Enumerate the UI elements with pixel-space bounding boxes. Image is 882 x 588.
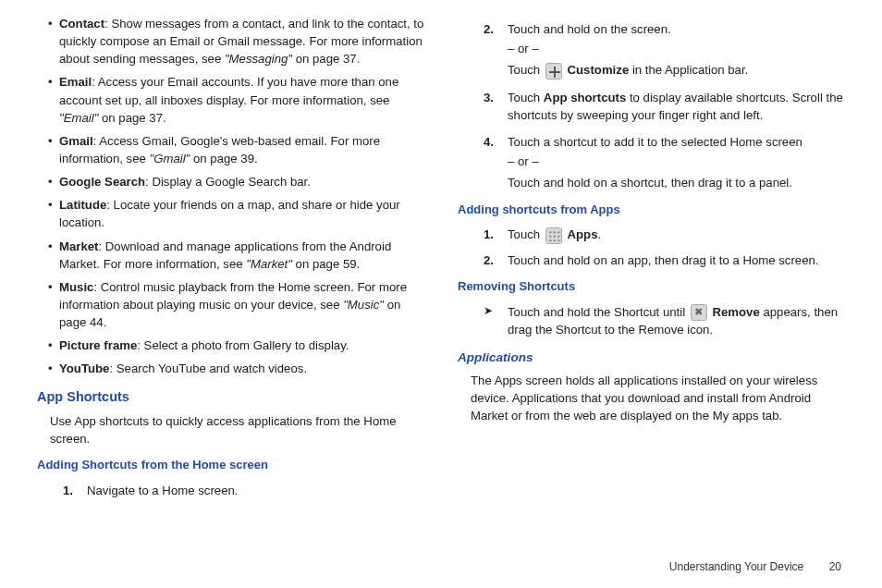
bullet-item: •Market: Download and manage application… (37, 238, 424, 273)
bullet-ref: "Market" (246, 257, 292, 271)
step-number: 2. (484, 251, 508, 269)
step-2: 2. Touch and hold on the screen. – or – … (484, 20, 845, 80)
apps-label: Apps (568, 227, 598, 241)
bullet-dot: • (48, 15, 59, 67)
applications-body: The Apps screen holds all applications i… (471, 372, 845, 424)
step-1: 1. Navigate to a Home screen. (63, 482, 424, 499)
step-number: 4. (484, 133, 508, 191)
footer-page-number: 20 (829, 560, 841, 573)
bullet-body: Gmail: Access Gmail, Google's web-based … (59, 132, 424, 167)
bullet-text: : Search YouTube and watch videos. (109, 361, 307, 375)
bullet-dot: • (48, 73, 59, 126)
bullet-item: •YouTube: Search YouTube and watch video… (37, 360, 424, 377)
bullet-dot: • (48, 196, 59, 231)
step-4-or: – or – (508, 153, 845, 170)
bullet-body: Email: Access your Email accounts. If yo… (59, 73, 424, 126)
apps-icon (545, 227, 562, 244)
apps-step-2: 2. Touch and hold on an app, then drag i… (484, 251, 845, 269)
text-fragment: . (598, 227, 602, 241)
step-text: Navigate to a Home screen. (87, 482, 424, 499)
adding-from-apps-heading: Adding shortcuts from Apps (458, 202, 845, 219)
step-3: 3. Touch App shortcuts to display availa… (484, 89, 845, 124)
bullet-body: Latitude: Locate your friends on a map, … (59, 196, 424, 231)
bullet-text: on page 59. (292, 257, 360, 271)
step-number: 1. (484, 226, 508, 244)
bullet-dot: • (48, 278, 59, 331)
bullet-text: : Select a photo from Gallery to display… (137, 338, 349, 352)
adding-from-home-heading: Adding Shortcuts from the Home screen (37, 457, 424, 474)
bullet-ref: "Music" (343, 298, 384, 312)
bullet-label: Picture frame (59, 338, 137, 352)
bullet-item: •Gmail: Access Gmail, Google's web-based… (37, 132, 424, 167)
bullet-item: •Contact: Show messages from a contact, … (37, 15, 424, 67)
bullet-item: •Google Search: Display a Google Search … (37, 173, 424, 190)
text-fragment: Touch (508, 227, 544, 241)
plus-icon (545, 63, 562, 80)
app-shortcuts-label: App shortcuts (544, 91, 626, 104)
bullet-dot: • (48, 337, 59, 354)
remove-label: Remove (712, 305, 759, 319)
bullet-text: on page 37. (292, 52, 360, 66)
bullet-body: Market: Download and manage applications… (59, 238, 424, 273)
bullet-label: Email (59, 75, 92, 89)
bullet-body: Google Search: Display a Google Search b… (59, 173, 424, 190)
bullet-text: : Display a Google Search bar. (145, 175, 311, 189)
app-shortcuts-body: Use App shortcuts to quickly access appl… (50, 412, 424, 447)
bullet-item: •Email: Access your Email accounts. If y… (37, 73, 424, 126)
page-columns: •Contact: Show messages from a contact, … (37, 15, 845, 507)
left-column: •Contact: Show messages from a contact, … (37, 15, 424, 507)
apps-step-1: 1. Touch Apps. (484, 226, 845, 244)
bullet-label: Latitude (59, 198, 106, 212)
bullet-label: Music (59, 280, 93, 294)
step-content: Touch and hold on the screen. – or – Tou… (508, 20, 845, 80)
step-content: Touch and hold the Shortcut until Remove… (508, 303, 845, 339)
bullet-ref: "Messaging" (225, 52, 292, 66)
footer-section: Understanding Your Device (669, 560, 803, 573)
bullet-ref: "Email" (59, 111, 98, 125)
bullet-item: •Music: Control music playback from the … (37, 278, 424, 331)
bullet-text: on page 37. (98, 111, 165, 125)
text-fragment: Touch and hold the Shortcut until (508, 305, 689, 319)
bullet-text: : Locate your friends on a map, and shar… (59, 198, 400, 229)
text-fragment: Touch (508, 63, 544, 77)
step-number: 2. (484, 20, 508, 80)
step-content: Touch Apps. (508, 226, 845, 244)
bullet-body: Music: Control music playback from the H… (59, 278, 424, 331)
bullet-dot: • (48, 360, 59, 377)
bullet-item: •Latitude: Locate your friends on a map,… (37, 196, 424, 231)
step-4-line2: Touch and hold on a shortcut, then drag … (508, 174, 845, 191)
bullet-body: YouTube: Search YouTube and watch videos… (59, 360, 424, 377)
bullet-text: : Access your Email accounts. If you hav… (59, 75, 398, 106)
applications-heading: Applications (458, 349, 845, 367)
bullet-label: YouTube (59, 361, 109, 375)
removing-step: ➤ Touch and hold the Shortcut until Remo… (484, 303, 845, 339)
customize-label: Customize (568, 63, 630, 77)
bullet-body: Picture frame: Select a photo from Galle… (59, 337, 424, 354)
right-column: 2. Touch and hold on the screen. – or – … (458, 15, 845, 507)
bullet-dot: • (48, 238, 59, 273)
text-fragment: in the Application bar. (629, 63, 748, 77)
bullet-dot: • (48, 173, 59, 190)
bullet-body: Contact: Show messages from a contact, a… (59, 15, 424, 67)
bullet-label: Google Search (59, 175, 145, 189)
step-4-line1: Touch a shortcut to add it to the select… (508, 133, 845, 151)
bullet-item: •Picture frame: Select a photo from Gall… (37, 337, 424, 354)
bullet-ref: "Gmail" (150, 152, 190, 165)
step-2-line2: Touch Customize in the Application bar. (508, 61, 845, 80)
app-shortcuts-heading: App Shortcuts (37, 387, 424, 407)
widget-bullet-list: •Contact: Show messages from a contact, … (37, 15, 424, 378)
step-content: Touch App shortcuts to display available… (508, 89, 845, 124)
bullet-label: Gmail (59, 134, 93, 148)
step-number: 3. (484, 89, 508, 124)
step-2-line1: Touch and hold on the screen. (508, 20, 845, 38)
removing-shortcuts-heading: Removing Shortcuts (458, 278, 845, 296)
step-content: Touch a shortcut to add it to the select… (508, 133, 845, 191)
step-2-or: – or – (508, 40, 845, 57)
bullet-text: on page 39. (190, 152, 257, 165)
bullet-label: Contact (59, 17, 104, 31)
bullet-dot: • (48, 132, 59, 167)
step-content: Touch and hold on an app, then drag it t… (508, 251, 845, 269)
bullet-label: Market (59, 239, 99, 253)
page-footer: Understanding Your Device 20 (669, 559, 841, 575)
step-4: 4. Touch a shortcut to add it to the sel… (484, 133, 845, 191)
